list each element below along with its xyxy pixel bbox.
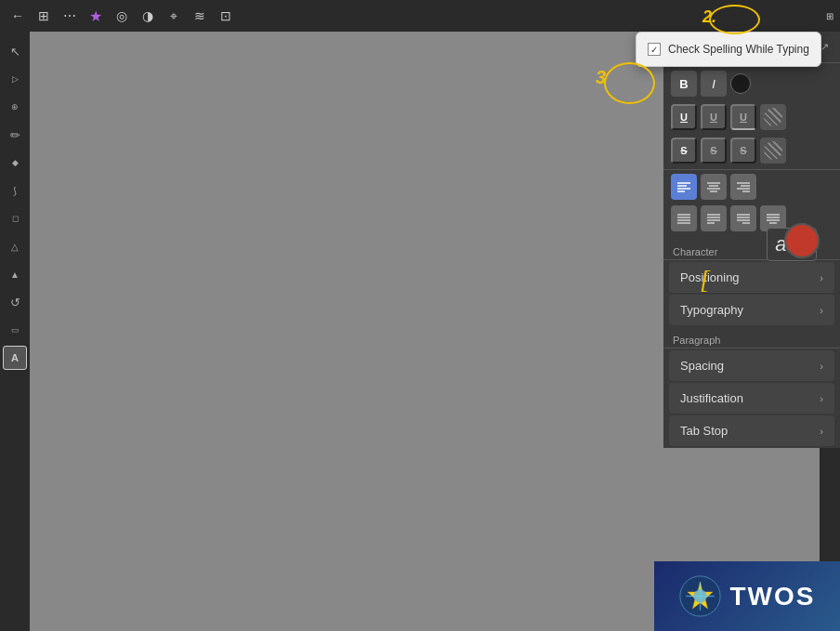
tabstop-chevron: › xyxy=(820,426,823,437)
underline-btn-1[interactable]: U xyxy=(671,104,697,130)
strike-btn-1[interactable]: S xyxy=(671,138,697,164)
typography-label: Typography xyxy=(680,303,743,317)
spelling-checkbox[interactable]: ✓ xyxy=(648,43,661,56)
spacing-item[interactable]: Spacing › xyxy=(669,350,834,381)
twos-brand-text: TWOS xyxy=(730,582,816,611)
align-row-1 xyxy=(663,169,840,204)
color-preview[interactable] xyxy=(784,223,820,258)
striped-btn-2[interactable] xyxy=(760,138,786,164)
paragraph-divider xyxy=(663,348,840,348)
tool-select[interactable]: ▷ xyxy=(3,67,27,91)
strike-row: S S S xyxy=(663,136,840,169)
tool-fill[interactable]: △ xyxy=(3,234,27,258)
italic-button[interactable]: I xyxy=(701,71,727,97)
positioning-label: Positioning xyxy=(680,270,740,284)
toolbar-more[interactable]: ⋯ xyxy=(59,6,80,26)
striped-btn-1[interactable] xyxy=(760,104,786,130)
toolbar-circle[interactable]: ◎ xyxy=(112,6,132,26)
tool-pen[interactable]: ✏ xyxy=(3,123,27,147)
tool-eyedrop[interactable]: ▲ xyxy=(3,262,27,286)
spacing-chevron: › xyxy=(820,361,823,372)
underline-btn-2[interactable]: U xyxy=(701,104,727,130)
tool-rect[interactable]: ▭ xyxy=(3,318,27,342)
toolbar-affinity[interactable]: ★ xyxy=(85,6,106,26)
typography-chevron: › xyxy=(820,305,823,316)
align-justify-3[interactable] xyxy=(730,205,756,231)
justification-label: Justification xyxy=(680,391,743,405)
tool-text[interactable]: A xyxy=(3,346,27,370)
align-right-btn[interactable] xyxy=(730,174,756,200)
twos-logo-icon xyxy=(679,575,721,617)
tabstop-label: Tab Stop xyxy=(680,424,728,438)
twos-watermark: TWOS xyxy=(654,561,840,631)
right-tool-1[interactable]: ⊞ xyxy=(821,7,838,24)
toolbar-lines[interactable]: ≋ xyxy=(190,6,210,26)
toolbar-cross[interactable]: ⌖ xyxy=(164,6,184,26)
align-center-btn[interactable] xyxy=(701,174,727,200)
typography-item[interactable]: Typography › xyxy=(669,295,834,325)
tool-cursor[interactable]: ↖ xyxy=(3,39,27,63)
positioning-chevron: › xyxy=(820,272,823,283)
tabstop-item[interactable]: Tab Stop › xyxy=(669,415,834,446)
spelling-label: Check Spelling While Typing xyxy=(668,43,809,56)
strike-btn-3[interactable]: S xyxy=(730,138,756,164)
tool-paint[interactable]: ◻ xyxy=(3,206,27,230)
tool-undo[interactable]: ↺ xyxy=(3,290,27,314)
top-toolbar: ← ⊞ ⋯ ★ ◎ ◑ ⌖ ≋ ⊡ xyxy=(0,0,840,32)
spelling-item[interactable]: ✓ Check Spelling While Typing xyxy=(637,38,820,60)
left-sidebar: ↖ ▷ ⊕ ✏ ◆ ⟆ ◻ △ ▲ ↺ ▭ A xyxy=(0,32,30,631)
color-picker[interactable] xyxy=(730,73,751,94)
align-justify-1[interactable] xyxy=(671,205,697,231)
positioning-item[interactable]: Positioning › xyxy=(669,262,834,293)
justification-item[interactable]: Justification › xyxy=(669,383,834,414)
toolbar-box[interactable]: ⊡ xyxy=(216,6,236,26)
underline-btn-3[interactable]: U xyxy=(730,104,756,130)
bold-italic-row: B I xyxy=(663,65,840,102)
bold-button[interactable]: B xyxy=(671,71,697,97)
paragraph-section: Paragraph Spacing › Justification › Tab … xyxy=(663,329,840,446)
align-left-btn[interactable] xyxy=(671,174,697,200)
underline-row: U U U xyxy=(663,102,840,136)
tool-node[interactable]: ◆ xyxy=(3,151,27,175)
align-justify-2[interactable] xyxy=(701,205,727,231)
tool-crop[interactable]: ⊕ xyxy=(3,95,27,119)
paragraph-section-label: Paragraph xyxy=(663,329,840,348)
strike-btn-2[interactable]: S xyxy=(701,138,727,164)
justification-chevron: › xyxy=(820,393,823,404)
spelling-popup: ✓ Check Spelling While Typing xyxy=(636,32,821,67)
toolbar-grid[interactable]: ⊞ xyxy=(33,6,54,26)
toolbar-half[interactable]: ◑ xyxy=(138,6,158,26)
tool-brush[interactable]: ⟆ xyxy=(3,178,27,203)
toolbar-back[interactable]: ← xyxy=(7,6,28,26)
spacing-label: Spacing xyxy=(680,359,724,373)
